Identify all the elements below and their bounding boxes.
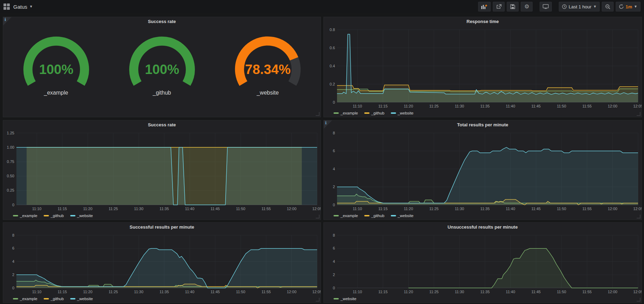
legend-item[interactable]: _website (70, 214, 93, 218)
gauge-website: 78.34% _website (215, 26, 321, 96)
apps-grid-icon[interactable] (3, 3, 10, 10)
x-axis-tick: 11:55 (583, 290, 592, 294)
panel-title[interactable]: Total results per minute (324, 120, 642, 129)
resize-handle[interactable] (637, 298, 641, 302)
gauges-row: 100% _example 100% _github 78.34% _websi… (3, 26, 321, 117)
share-button[interactable] (493, 2, 505, 12)
panel-success-rate-gauges: i Success rate 100% _example 100% _githu… (3, 17, 321, 117)
legend-series-label: _github (51, 297, 64, 301)
gauge-value: 78.34% (245, 62, 290, 77)
monitor-icon (543, 4, 549, 9)
x-axis-tick: 11:55 (583, 207, 592, 211)
y-axis-tick: 2 (12, 273, 14, 277)
legend-item[interactable]: _github (364, 214, 385, 218)
legend-item[interactable]: _example (13, 297, 37, 301)
chart-canvas[interactable]: 11:1011:1511:2011:2511:3011:3511:4011:45… (324, 26, 642, 109)
chart-plot-unsuccessful-results[interactable]: 11:1011:1511:2011:2511:3011:3511:4011:45… (324, 232, 642, 295)
settings-button[interactable]: ⚙ (521, 2, 533, 12)
chart-plot-success-rate[interactable]: 11:1011:1511:2011:2511:3011:3511:4011:45… (3, 129, 321, 212)
refresh-button[interactable]: 1m ▼ (616, 2, 641, 12)
chart-plot-response-time[interactable]: 11:1011:1511:2011:2511:3011:3511:4011:45… (324, 26, 642, 109)
x-axis-tick: 12:00 (608, 290, 617, 294)
legend-item[interactable]: _github (44, 214, 64, 218)
chart-plot-total-results[interactable]: 11:1011:1511:2011:2511:3011:3511:4011:45… (324, 129, 642, 212)
chart-canvas[interactable]: 11:1011:1511:2011:2511:3011:3511:4011:45… (3, 232, 321, 295)
legend-series-label: _example (20, 214, 37, 218)
info-icon: i (325, 121, 327, 125)
y-axis-tick: 0 (12, 286, 14, 290)
series-fill (409, 249, 638, 288)
add-panel-button[interactable] (478, 2, 491, 12)
chart-plot-successful-results[interactable]: 11:1011:1511:2011:2511:3011:3511:4011:45… (3, 232, 321, 295)
panel-title[interactable]: Response time (324, 17, 642, 26)
zoom-out-button[interactable] (602, 2, 614, 12)
x-axis-tick: 11:45 (531, 104, 541, 108)
legend: _example_github_website (324, 212, 642, 220)
series-line (337, 34, 638, 95)
panel-successful-results: Successful results per minute 11:1011:15… (3, 222, 321, 303)
x-axis-tick: 11:15 (378, 207, 388, 211)
x-axis-tick: 12:00 (608, 104, 617, 108)
legend-item[interactable]: _website (391, 214, 414, 218)
x-axis-tick: 11:20 (404, 290, 413, 294)
legend-item[interactable]: _website (70, 297, 93, 301)
x-axis-tick: 11:55 (583, 104, 592, 108)
resize-handle[interactable] (316, 215, 320, 218)
x-axis-tick: 11:25 (109, 290, 118, 294)
save-button[interactable] (507, 2, 519, 12)
x-axis-tick: 11:15 (58, 207, 67, 211)
legend: _example_github_website (3, 295, 321, 303)
legend-series-dash (44, 215, 49, 216)
x-axis-tick: 11:40 (506, 104, 515, 108)
chart-canvas[interactable]: 11:1011:1511:2011:2511:3011:3511:4011:45… (324, 129, 642, 212)
time-range-button[interactable]: Last 1 hour ▼ (559, 2, 600, 12)
dashboard-title-dropdown[interactable]: Gatus ▼ (13, 4, 33, 10)
y-axis-tick: 0.4 (330, 64, 335, 68)
cycle-view-button[interactable] (540, 2, 552, 12)
y-axis-tick: 0 (333, 100, 335, 104)
panel-title[interactable]: Success rate (3, 120, 321, 129)
y-axis-tick: 4 (333, 259, 335, 264)
panel-info-corner[interactable]: i (324, 120, 332, 129)
x-axis-tick: 11:30 (455, 104, 464, 108)
chart-canvas[interactable]: 11:1011:1511:2011:2511:3011:3511:4011:45… (3, 129, 321, 212)
y-axis-tick: 6 (333, 246, 335, 250)
caret-down-icon: ▼ (593, 5, 597, 8)
legend-series-dash (334, 298, 339, 299)
legend-series-dash (334, 112, 339, 114)
panel-info-corner[interactable]: i (3, 17, 12, 25)
chart-canvas[interactable]: 11:1011:1511:2011:2511:3011:3511:4011:45… (324, 232, 642, 295)
resize-handle[interactable] (637, 112, 641, 116)
x-axis-tick: 11:55 (262, 290, 271, 294)
panel-title[interactable]: Success rate (3, 17, 321, 26)
legend-item[interactable]: _example (334, 214, 358, 218)
series-fill (16, 147, 317, 205)
resize-handle[interactable] (316, 298, 320, 302)
resize-handle[interactable] (316, 112, 320, 116)
x-axis-tick: 12:00 (608, 207, 617, 211)
legend-item[interactable]: _github (364, 111, 385, 115)
y-axis-tick: 6 (12, 246, 14, 250)
y-axis-tick: 0.2 (330, 82, 335, 86)
legend-item[interactable]: _website (334, 297, 356, 301)
x-axis-tick: 11:20 (83, 207, 93, 211)
y-axis-tick: 2 (333, 273, 335, 277)
x-axis-tick: 11:50 (557, 104, 566, 108)
gauge-value: 100% (39, 62, 73, 77)
x-axis-tick: 11:35 (480, 290, 490, 294)
panel-title[interactable]: Successful results per minute (3, 223, 321, 232)
legend-series-dash (44, 298, 49, 299)
panel-title[interactable]: Unsuccessful results per minute (324, 223, 642, 232)
legend-series-label: _website (398, 111, 414, 115)
legend-item[interactable]: _example (13, 214, 37, 218)
x-axis-tick: 12:05 (633, 290, 642, 294)
legend-item[interactable]: _github (44, 297, 64, 301)
x-axis-tick: 11:40 (185, 207, 195, 211)
gauge-arc-segment (292, 59, 296, 84)
resize-handle[interactable] (637, 215, 641, 218)
y-axis-tick: 0.8 (330, 28, 335, 32)
legend-item[interactable]: _website (391, 111, 414, 115)
save-icon (510, 4, 515, 9)
legend-item[interactable]: _example (334, 111, 358, 115)
gauge-arc: 100% (16, 33, 96, 90)
